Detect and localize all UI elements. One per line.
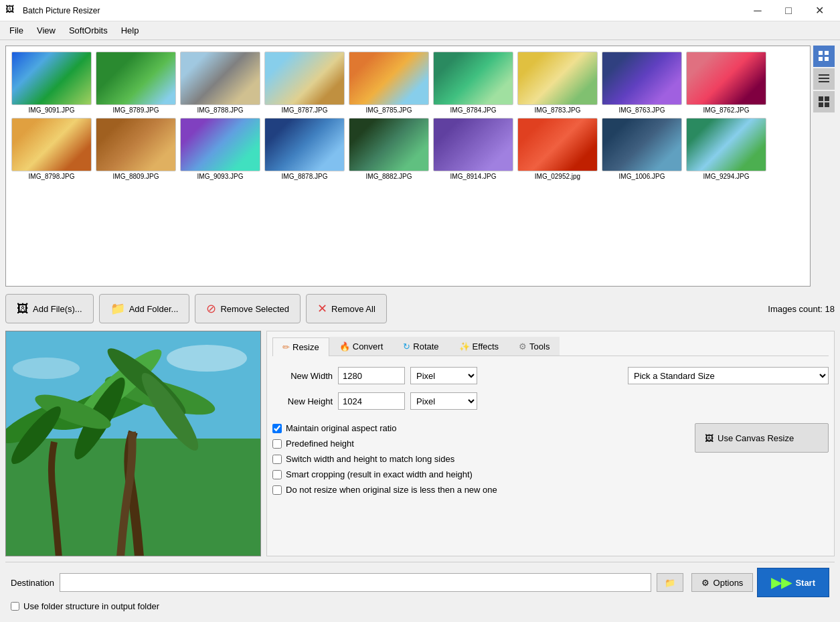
standard-size-select[interactable]: Pick a Standard Size 640x480 800x600 102… bbox=[628, 367, 829, 384]
image-filename: IMG_8878.JPG bbox=[282, 173, 328, 180]
add-files-label: Add File(s)... bbox=[33, 304, 82, 314]
image-filename: IMG_8914.JPG bbox=[450, 173, 497, 180]
resize-tab-icon: ✏ bbox=[282, 342, 290, 352]
switch-wh-checkbox[interactable] bbox=[272, 455, 282, 464]
menu-softorbits[interactable]: SoftOrbits bbox=[62, 23, 114, 38]
add-folder-button[interactable]: 📁 Add Folder... bbox=[99, 294, 190, 323]
image-filename: IMG_8882.JPG bbox=[366, 173, 412, 180]
image-thumb-item[interactable]: IMG_8878.JPG bbox=[264, 118, 345, 180]
image-thumb-item[interactable]: IMG_8788.JPG bbox=[180, 52, 260, 114]
menu-help[interactable]: Help bbox=[114, 23, 146, 38]
predefined-height-checkbox[interactable] bbox=[272, 439, 282, 449]
folder-structure-label[interactable]: Use folder structure in output folder bbox=[23, 601, 159, 611]
start-label: Start bbox=[795, 578, 815, 588]
images-count: Images count: 18 bbox=[768, 304, 835, 314]
image-thumb-item[interactable]: IMG_02952.jpg bbox=[517, 118, 598, 180]
minimize-button[interactable]: ─ bbox=[742, 0, 773, 21]
view-list-button[interactable] bbox=[813, 68, 835, 90]
rotate-tab-icon: ↻ bbox=[403, 341, 410, 352]
smart-crop-row: Smart cropping (result in exact width an… bbox=[272, 469, 684, 479]
folder-structure-checkbox[interactable] bbox=[11, 602, 19, 611]
browse-folder-button[interactable]: 📁 bbox=[657, 573, 683, 592]
svg-rect-3 bbox=[825, 57, 829, 61]
no-resize-checkbox[interactable] bbox=[272, 485, 282, 495]
options-button[interactable]: ⚙ Options bbox=[691, 573, 754, 592]
image-thumb-item[interactable]: IMG_9091.JPG bbox=[11, 52, 92, 114]
image-filename: IMG_8788.JPG bbox=[197, 106, 244, 114]
title-bar: 🖼 Batch Picture Resizer ─ □ ✕ bbox=[0, 0, 840, 21]
canvas-resize-button[interactable]: 🖼 Use Canvas Resize bbox=[695, 423, 829, 453]
tab-effects[interactable]: ✨ Effects bbox=[449, 337, 509, 356]
svg-rect-2 bbox=[819, 57, 823, 61]
options-content: Maintain original aspect ratio Predefine… bbox=[272, 423, 829, 499]
tab-convert[interactable]: 🔥 Convert bbox=[329, 337, 394, 356]
smart-crop-label[interactable]: Smart cropping (result in exact width an… bbox=[286, 469, 473, 479]
image-grid[interactable]: IMG_9091.JPG IMG_8789.JPG IMG_8788.JPG I… bbox=[5, 46, 811, 287]
height-unit-select[interactable]: Pixel Percent cm inch bbox=[410, 392, 477, 410]
image-thumb-item[interactable]: IMG_8785.JPG bbox=[349, 52, 429, 114]
svg-rect-6 bbox=[819, 81, 829, 82]
convert-tab-label: Convert bbox=[353, 341, 384, 352]
canvas-resize-icon: 🖼 bbox=[705, 433, 713, 443]
svg-rect-5 bbox=[819, 78, 829, 79]
remove-selected-label: Remove Selected bbox=[220, 304, 289, 314]
maximize-button[interactable]: □ bbox=[773, 0, 804, 21]
remove-all-button[interactable]: ✕ Remove All bbox=[306, 294, 387, 323]
image-thumb-item[interactable]: IMG_8798.JPG bbox=[11, 118, 92, 180]
image-thumb-item[interactable]: IMG_8882.JPG bbox=[349, 118, 429, 180]
tab-rotate[interactable]: ↻ Rotate bbox=[393, 337, 448, 356]
image-filename: IMG_8787.JPG bbox=[282, 106, 328, 114]
svg-rect-0 bbox=[819, 51, 823, 55]
image-thumb-item[interactable]: IMG_1006.JPG bbox=[602, 118, 682, 180]
menu-file[interactable]: File bbox=[3, 23, 30, 38]
image-thumb-item[interactable]: IMG_8783.JPG bbox=[517, 52, 598, 114]
svg-rect-9 bbox=[819, 102, 823, 107]
close-button[interactable]: ✕ bbox=[804, 0, 835, 21]
app-title: Batch Picture Resizer bbox=[23, 6, 742, 15]
predefined-height-label[interactable]: Predefined height bbox=[286, 439, 354, 449]
view-table-button[interactable] bbox=[813, 91, 835, 112]
add-files-button[interactable]: 🖼 Add File(s)... bbox=[5, 294, 94, 323]
width-unit-select[interactable]: Pixel Percent cm inch bbox=[410, 367, 477, 384]
svg-rect-10 bbox=[825, 102, 829, 107]
effects-tab-label: Effects bbox=[473, 341, 499, 352]
image-thumb-item[interactable]: IMG_9093.JPG bbox=[180, 118, 260, 180]
image-thumb-item[interactable]: IMG_8789.JPG bbox=[96, 52, 176, 114]
svg-rect-1 bbox=[825, 51, 829, 55]
destination-input[interactable] bbox=[60, 573, 651, 592]
svg-point-23 bbox=[13, 358, 80, 379]
resize-tab-label: Resize bbox=[292, 342, 319, 352]
start-button[interactable]: ▶▶ Start bbox=[757, 568, 829, 597]
remove-selected-button[interactable]: ⊘ Remove Selected bbox=[195, 294, 301, 323]
image-thumb-item[interactable]: IMG_9294.JPG bbox=[686, 118, 766, 180]
svg-point-22 bbox=[167, 345, 247, 372]
image-thumb-item[interactable]: IMG_8914.JPG bbox=[433, 118, 513, 180]
checkboxes-column: Maintain original aspect ratio Predefine… bbox=[272, 423, 684, 499]
switch-wh-row: Switch width and height to match long si… bbox=[272, 454, 684, 464]
image-thumb-item[interactable]: IMG_8787.JPG bbox=[264, 52, 345, 114]
destination-section: Destination 📁 ⚙ Options ▶▶ Start Use fol… bbox=[5, 562, 835, 617]
tab-tools[interactable]: ⚙ Tools bbox=[509, 337, 560, 356]
height-field-row: New Height Pixel Percent cm inch bbox=[272, 392, 829, 410]
new-height-input[interactable] bbox=[338, 392, 405, 410]
tab-resize[interactable]: ✏ Resize bbox=[272, 337, 329, 356]
image-thumb-item[interactable]: IMG_8784.JPG bbox=[433, 52, 513, 114]
menu-view[interactable]: View bbox=[30, 23, 62, 38]
view-grid-button[interactable] bbox=[813, 46, 835, 67]
image-filename: IMG_8789.JPG bbox=[113, 106, 159, 114]
image-thumb-item[interactable]: IMG_8809.JPG bbox=[96, 118, 176, 180]
image-thumb-item[interactable]: IMG_8763.JPG bbox=[602, 52, 682, 114]
new-width-input[interactable] bbox=[338, 367, 405, 384]
predefined-height-row: Predefined height bbox=[272, 439, 684, 449]
svg-rect-8 bbox=[825, 96, 829, 101]
maintain-ratio-checkbox[interactable] bbox=[272, 424, 282, 433]
image-filename: IMG_9093.JPG bbox=[197, 173, 244, 180]
remove-selected-icon: ⊘ bbox=[206, 301, 216, 316]
switch-wh-label[interactable]: Switch width and height to match long si… bbox=[286, 454, 454, 464]
options-panel: ✏ Resize 🔥 Convert ↻ Rotate ✨ Effects ⚙ bbox=[266, 331, 835, 556]
app-icon: 🖼 bbox=[5, 4, 19, 17]
no-resize-label[interactable]: Do not resize when original size is less… bbox=[286, 485, 497, 495]
smart-crop-checkbox[interactable] bbox=[272, 470, 282, 479]
maintain-ratio-label[interactable]: Maintain original aspect ratio bbox=[286, 423, 396, 433]
image-thumb-item[interactable]: IMG_8762.JPG bbox=[686, 52, 766, 114]
